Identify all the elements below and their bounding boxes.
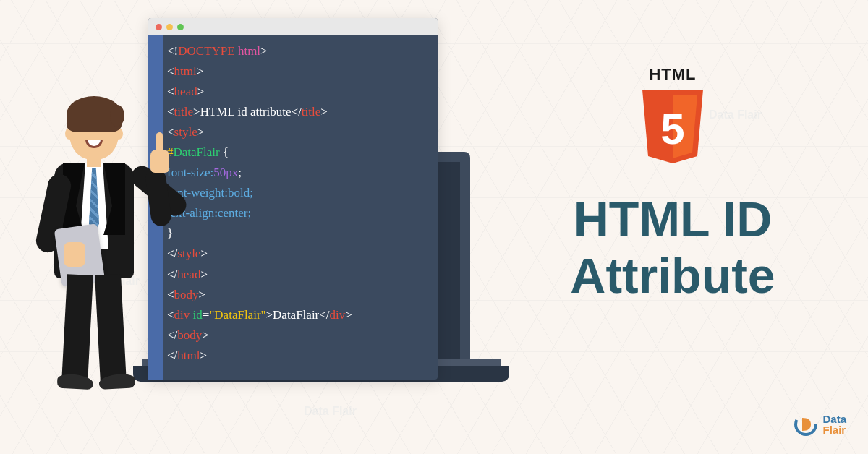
window-titlebar	[148, 18, 438, 35]
code-content: <!DOCTYPE html> <html> <head> <title>HTM…	[167, 41, 430, 366]
maximize-dot-icon	[177, 24, 184, 30]
presenter-character	[22, 90, 166, 416]
close-dot-icon	[156, 24, 162, 30]
html5-shield-icon: 5	[637, 90, 709, 169]
logo-text: Data Flair	[822, 414, 846, 435]
html5-label: HTML	[521, 65, 825, 84]
code-editor-window: <!DOCTYPE html> <html> <head> <title>HTM…	[148, 18, 438, 380]
dataflair-logo: Data Flair	[793, 412, 846, 437]
right-panel: HTML 5 HTML ID Attribute	[521, 65, 825, 304]
minimize-dot-icon	[166, 24, 173, 30]
page-title: HTML ID Attribute	[521, 191, 825, 304]
logo-icon	[793, 412, 818, 437]
svg-text:5: 5	[660, 105, 684, 153]
